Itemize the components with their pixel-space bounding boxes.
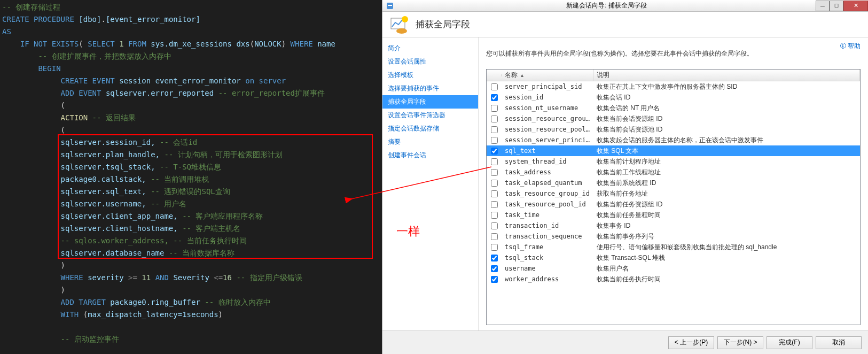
grid-row[interactable]: session_resource_pool_id收集当前会话资源池 ID [487,124,860,135]
grid-desc-cell: 收集正在其上下文中激发事件的服务器主体的 SID [593,82,860,91]
checkbox-column-header[interactable] [487,74,502,76]
field-checkbox[interactable] [491,137,498,144]
grid-desc-cell: 收集用户名 [593,264,860,273]
grid-name-cell: task_address [502,168,593,176]
grid-name-cell: session_nt_username [502,104,593,112]
grid-name-cell: username [502,265,593,272]
grid-row[interactable]: task_resource_pool_id收集当前任务资源组 ID [487,199,860,210]
fields-grid[interactable]: 名称▲ 说明 server_principal_sid收集正在其上下文中激发事件… [486,69,861,325]
maximize-button[interactable] [830,1,843,11]
svg-rect-1 [388,5,392,6]
grid-desc-cell: 收集 SQL 文本 [593,147,860,156]
field-checkbox[interactable] [491,83,498,90]
finish-button[interactable]: 完成(F) [767,336,812,349]
grid-checkbox-cell [487,276,502,283]
sidebar-item[interactable]: 指定会话数据存储 [382,122,478,135]
grid-row[interactable]: tsql_frame使用行号、语句偏移量和嵌套级别收集当前批处理的 sql_ha… [487,242,860,252]
field-checkbox[interactable] [491,180,498,187]
grid-name-cell: system_thread_id [502,158,593,165]
minimize-button[interactable] [816,1,830,11]
grid-checkbox-cell [487,244,502,251]
grid-checkbox-cell [487,201,502,208]
field-checkbox[interactable] [491,116,498,122]
grid-row[interactable]: worker_address收集当前任务执行时间 [487,274,860,284]
grid-name-cell: tsql_stack [502,254,593,261]
grid-name-cell: task_resource_group_id [502,190,593,197]
grid-checkbox-cell [487,137,502,144]
grid-row[interactable]: session_id收集会话 ID [487,92,860,103]
field-checkbox[interactable] [491,190,498,197]
field-checkbox[interactable] [491,222,498,229]
grid-row[interactable]: session_resource_grou...收集当前会话资源组 ID [487,113,860,124]
field-checkbox[interactable] [491,148,498,155]
field-checkbox[interactable] [491,126,498,133]
name-column-header[interactable]: 名称▲ [502,70,593,81]
grid-desc-cell: 收集当前任务量程时间 [593,211,860,220]
sidebar-item[interactable]: 设置会话事件筛选器 [382,109,478,122]
grid-row[interactable]: task_time收集当前任务量程时间 [487,210,860,220]
grid-row[interactable]: username收集用户名 [487,263,860,274]
field-checkbox[interactable] [491,201,498,208]
grid-row[interactable]: session_nt_username收集会话的 NT 用户名 [487,103,860,113]
sidebar-item[interactable]: 创建事件会话 [382,149,478,162]
titlebar[interactable]: 新建会话向导: 捕获全局字段 [382,0,868,12]
grid-row[interactable]: server_principal_sid收集正在其上下文中激发事件的服务器主体的… [487,81,860,92]
grid-name-cell: task_elapsed_quantum [502,179,593,187]
code-editor: -- 创建存储过程 CREATE PROCEDURE [dbo].[event_… [0,0,382,354]
grid-row[interactable]: task_resource_group_id获取当前任务地址 [487,188,860,199]
field-checkbox[interactable] [491,212,498,219]
sidebar-item[interactable]: 捕获全局字段 [382,95,478,109]
grid-desc-cell: 收集当前事务序列号 [593,232,860,241]
grid-desc-cell: 收集当前系统线程 ID [593,179,860,188]
grid-name-cell: server_principal_sid [502,83,593,90]
grid-checkbox-cell [487,83,502,90]
grid-row[interactable]: system_thread_id收集当前计划程序地址 [487,156,860,167]
grid-row[interactable]: transaction_sequence收集当前事务序列号 [487,231,860,242]
prev-button[interactable]: < 上一步(P) [668,336,714,349]
field-checkbox[interactable] [491,276,498,283]
grid-checkbox-cell [487,126,502,133]
grid-name-cell: transaction_sequence [502,233,593,240]
grid-checkbox-cell [487,265,502,272]
svg-point-4 [396,28,407,34]
field-checkbox[interactable] [491,94,498,101]
grid-row[interactable]: session_server_princi...收集发起会话的服务器主体的名称，… [487,135,860,145]
grid-desc-cell: 收集当前会话资源组 ID [593,114,860,124]
sidebar-item[interactable]: 选择模板 [382,68,478,82]
grid-checkbox-cell [487,222,502,229]
desc-column-header[interactable]: 说明 [593,70,860,81]
field-checkbox[interactable] [491,105,498,112]
grid-name-cell: worker_address [502,275,593,283]
sidebar-item[interactable]: 简介 [382,42,478,55]
sidebar-item[interactable]: 摘要 [382,135,478,149]
sidebar-item[interactable]: 设置会话属性 [382,55,478,68]
close-button[interactable] [843,1,868,11]
grid-desc-cell: 收集会话 ID [593,93,860,102]
field-checkbox[interactable] [491,255,498,261]
help-link[interactable]: 帮助 [840,42,861,51]
grid-header: 名称▲ 说明 [487,70,860,81]
grid-name-cell: session_server_princi... [502,136,593,144]
field-checkbox[interactable] [491,158,498,165]
grid-desc-cell: 收集当前工作线程地址 [593,168,860,177]
next-button[interactable]: 下一步(N) > [717,336,763,349]
grid-name-cell: task_time [502,211,593,219]
field-checkbox[interactable] [491,244,498,251]
cancel-button[interactable]: 取消 [816,336,862,349]
field-checkbox[interactable] [491,169,498,176]
grid-checkbox-cell [487,105,502,112]
grid-checkbox-cell [487,212,502,219]
grid-row[interactable]: task_address收集当前工作线程地址 [487,167,860,178]
sidebar-item[interactable]: 选择要捕获的事件 [382,82,478,95]
wizard-window: 新建会话向导: 捕获全局字段 捕获全局字段 简介设置会话属性选择模板选择要捕获的… [382,0,868,354]
grid-row[interactable]: task_elapsed_quantum收集当前系统线程 ID [487,178,860,188]
field-checkbox[interactable] [491,265,498,272]
grid-desc-cell: 收集 Transact-SQL 堆栈 [593,253,860,263]
grid-row[interactable]: transaction_id收集事务 ID [487,220,860,231]
grid-desc-cell: 收集会话的 NT 用户名 [593,104,860,113]
grid-checkbox-cell [487,116,502,122]
field-checkbox[interactable] [491,233,498,240]
grid-row[interactable]: tsql_stack收集 Transact-SQL 堆栈 [487,252,860,263]
grid-row[interactable]: sql_text收集 SQL 文本 [487,145,860,156]
wizard-title: 捕获全局字段 [416,18,470,30]
